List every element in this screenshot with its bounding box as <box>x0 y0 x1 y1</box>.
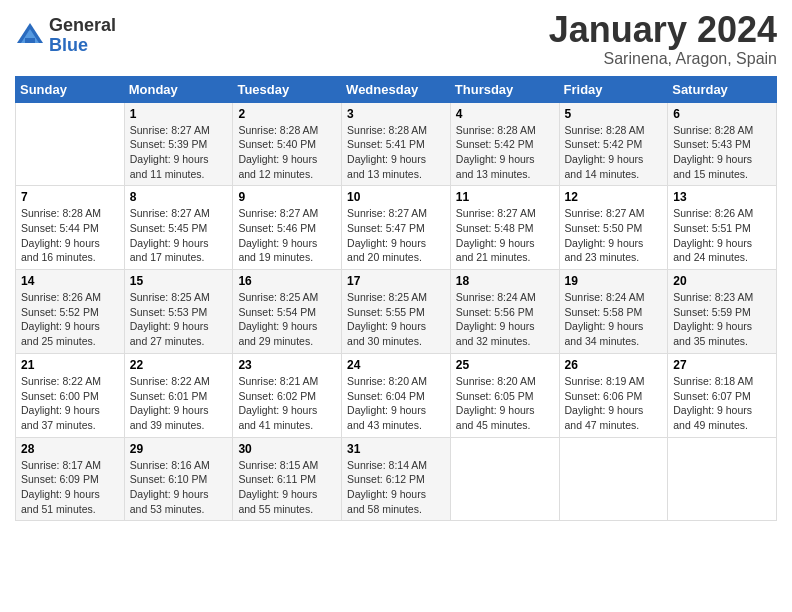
calendar-cell: 12Sunrise: 8:27 AMSunset: 5:50 PMDayligh… <box>559 186 668 270</box>
day-info: Sunrise: 8:14 AMSunset: 6:12 PMDaylight:… <box>347 459 427 515</box>
day-info: Sunrise: 8:27 AMSunset: 5:45 PMDaylight:… <box>130 207 210 263</box>
logo: General Blue <box>15 16 116 56</box>
column-header-thursday: Thursday <box>450 76 559 102</box>
calendar-table: SundayMondayTuesdayWednesdayThursdayFrid… <box>15 76 777 522</box>
week-row-2: 7Sunrise: 8:28 AMSunset: 5:44 PMDaylight… <box>16 186 777 270</box>
day-info: Sunrise: 8:28 AMSunset: 5:43 PMDaylight:… <box>673 124 753 180</box>
calendar-cell: 26Sunrise: 8:19 AMSunset: 6:06 PMDayligh… <box>559 353 668 437</box>
day-number: 21 <box>21 358 119 372</box>
column-header-friday: Friday <box>559 76 668 102</box>
calendar-cell: 8Sunrise: 8:27 AMSunset: 5:45 PMDaylight… <box>124 186 233 270</box>
day-info: Sunrise: 8:27 AMSunset: 5:39 PMDaylight:… <box>130 124 210 180</box>
calendar-cell: 4Sunrise: 8:28 AMSunset: 5:42 PMDaylight… <box>450 102 559 186</box>
day-number: 8 <box>130 190 228 204</box>
day-number: 10 <box>347 190 445 204</box>
day-number: 26 <box>565 358 663 372</box>
calendar-cell: 9Sunrise: 8:27 AMSunset: 5:46 PMDaylight… <box>233 186 342 270</box>
day-info: Sunrise: 8:25 AMSunset: 5:53 PMDaylight:… <box>130 291 210 347</box>
logo-icon <box>15 21 45 51</box>
day-info: Sunrise: 8:20 AMSunset: 6:04 PMDaylight:… <box>347 375 427 431</box>
calendar-cell <box>668 437 777 521</box>
calendar-cell: 28Sunrise: 8:17 AMSunset: 6:09 PMDayligh… <box>16 437 125 521</box>
day-info: Sunrise: 8:17 AMSunset: 6:09 PMDaylight:… <box>21 459 101 515</box>
calendar-cell: 15Sunrise: 8:25 AMSunset: 5:53 PMDayligh… <box>124 270 233 354</box>
day-info: Sunrise: 8:22 AMSunset: 6:01 PMDaylight:… <box>130 375 210 431</box>
calendar-cell: 30Sunrise: 8:15 AMSunset: 6:11 PMDayligh… <box>233 437 342 521</box>
day-number: 4 <box>456 107 554 121</box>
calendar-cell: 16Sunrise: 8:25 AMSunset: 5:54 PMDayligh… <box>233 270 342 354</box>
calendar-cell: 18Sunrise: 8:24 AMSunset: 5:56 PMDayligh… <box>450 270 559 354</box>
logo-general-text: General <box>49 16 116 36</box>
location-text: Sarinena, Aragon, Spain <box>549 50 777 68</box>
day-info: Sunrise: 8:23 AMSunset: 5:59 PMDaylight:… <box>673 291 753 347</box>
day-number: 17 <box>347 274 445 288</box>
day-number: 19 <box>565 274 663 288</box>
day-number: 25 <box>456 358 554 372</box>
day-number: 14 <box>21 274 119 288</box>
calendar-cell: 2Sunrise: 8:28 AMSunset: 5:40 PMDaylight… <box>233 102 342 186</box>
calendar-cell: 23Sunrise: 8:21 AMSunset: 6:02 PMDayligh… <box>233 353 342 437</box>
day-number: 22 <box>130 358 228 372</box>
day-info: Sunrise: 8:16 AMSunset: 6:10 PMDaylight:… <box>130 459 210 515</box>
day-number: 29 <box>130 442 228 456</box>
calendar-cell <box>450 437 559 521</box>
week-row-5: 28Sunrise: 8:17 AMSunset: 6:09 PMDayligh… <box>16 437 777 521</box>
day-number: 2 <box>238 107 336 121</box>
page-header: General Blue January 2024 Sarinena, Arag… <box>15 10 777 68</box>
day-info: Sunrise: 8:18 AMSunset: 6:07 PMDaylight:… <box>673 375 753 431</box>
day-number: 6 <box>673 107 771 121</box>
day-info: Sunrise: 8:24 AMSunset: 5:56 PMDaylight:… <box>456 291 536 347</box>
title-area: January 2024 Sarinena, Aragon, Spain <box>549 10 777 68</box>
day-number: 16 <box>238 274 336 288</box>
calendar-cell: 17Sunrise: 8:25 AMSunset: 5:55 PMDayligh… <box>342 270 451 354</box>
svg-rect-2 <box>25 38 35 43</box>
calendar-cell: 7Sunrise: 8:28 AMSunset: 5:44 PMDaylight… <box>16 186 125 270</box>
day-number: 31 <box>347 442 445 456</box>
calendar-cell: 5Sunrise: 8:28 AMSunset: 5:42 PMDaylight… <box>559 102 668 186</box>
day-info: Sunrise: 8:21 AMSunset: 6:02 PMDaylight:… <box>238 375 318 431</box>
calendar-cell <box>16 102 125 186</box>
calendar-cell: 24Sunrise: 8:20 AMSunset: 6:04 PMDayligh… <box>342 353 451 437</box>
day-info: Sunrise: 8:15 AMSunset: 6:11 PMDaylight:… <box>238 459 318 515</box>
day-info: Sunrise: 8:19 AMSunset: 6:06 PMDaylight:… <box>565 375 645 431</box>
day-number: 7 <box>21 190 119 204</box>
day-info: Sunrise: 8:22 AMSunset: 6:00 PMDaylight:… <box>21 375 101 431</box>
day-number: 20 <box>673 274 771 288</box>
calendar-cell: 20Sunrise: 8:23 AMSunset: 5:59 PMDayligh… <box>668 270 777 354</box>
column-header-saturday: Saturday <box>668 76 777 102</box>
day-info: Sunrise: 8:25 AMSunset: 5:54 PMDaylight:… <box>238 291 318 347</box>
day-number: 9 <box>238 190 336 204</box>
calendar-cell: 29Sunrise: 8:16 AMSunset: 6:10 PMDayligh… <box>124 437 233 521</box>
column-header-sunday: Sunday <box>16 76 125 102</box>
day-number: 27 <box>673 358 771 372</box>
calendar-cell: 22Sunrise: 8:22 AMSunset: 6:01 PMDayligh… <box>124 353 233 437</box>
week-row-3: 14Sunrise: 8:26 AMSunset: 5:52 PMDayligh… <box>16 270 777 354</box>
calendar-cell: 19Sunrise: 8:24 AMSunset: 5:58 PMDayligh… <box>559 270 668 354</box>
calendar-cell: 21Sunrise: 8:22 AMSunset: 6:00 PMDayligh… <box>16 353 125 437</box>
calendar-cell: 13Sunrise: 8:26 AMSunset: 5:51 PMDayligh… <box>668 186 777 270</box>
column-header-monday: Monday <box>124 76 233 102</box>
day-number: 23 <box>238 358 336 372</box>
day-number: 11 <box>456 190 554 204</box>
week-row-4: 21Sunrise: 8:22 AMSunset: 6:00 PMDayligh… <box>16 353 777 437</box>
day-number: 15 <box>130 274 228 288</box>
day-info: Sunrise: 8:20 AMSunset: 6:05 PMDaylight:… <box>456 375 536 431</box>
header-row: SundayMondayTuesdayWednesdayThursdayFrid… <box>16 76 777 102</box>
week-row-1: 1Sunrise: 8:27 AMSunset: 5:39 PMDaylight… <box>16 102 777 186</box>
month-title: January 2024 <box>549 10 777 50</box>
day-info: Sunrise: 8:27 AMSunset: 5:47 PMDaylight:… <box>347 207 427 263</box>
calendar-cell: 14Sunrise: 8:26 AMSunset: 5:52 PMDayligh… <box>16 270 125 354</box>
day-number: 5 <box>565 107 663 121</box>
calendar-cell: 6Sunrise: 8:28 AMSunset: 5:43 PMDaylight… <box>668 102 777 186</box>
day-number: 18 <box>456 274 554 288</box>
day-number: 28 <box>21 442 119 456</box>
day-info: Sunrise: 8:28 AMSunset: 5:42 PMDaylight:… <box>456 124 536 180</box>
calendar-cell: 25Sunrise: 8:20 AMSunset: 6:05 PMDayligh… <box>450 353 559 437</box>
calendar-cell <box>559 437 668 521</box>
calendar-cell: 27Sunrise: 8:18 AMSunset: 6:07 PMDayligh… <box>668 353 777 437</box>
day-number: 13 <box>673 190 771 204</box>
day-info: Sunrise: 8:27 AMSunset: 5:48 PMDaylight:… <box>456 207 536 263</box>
day-number: 30 <box>238 442 336 456</box>
day-info: Sunrise: 8:27 AMSunset: 5:46 PMDaylight:… <box>238 207 318 263</box>
day-number: 3 <box>347 107 445 121</box>
